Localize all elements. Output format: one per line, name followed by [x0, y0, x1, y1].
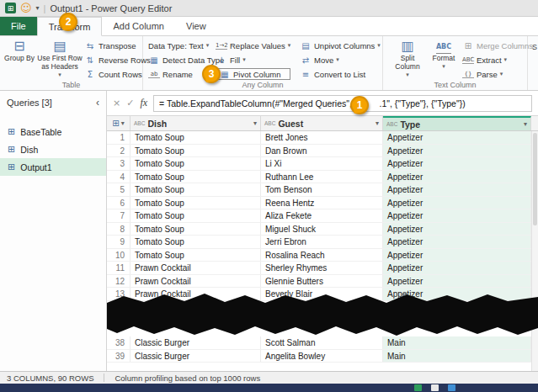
unpivot-columns-icon: ▤	[300, 41, 312, 50]
unpivot-columns-button[interactable]: ▤ Unpivot Columns ▾	[300, 40, 381, 51]
cell-type[interactable]: Appetizer	[383, 171, 531, 183]
cell-type[interactable]: Appetizer	[383, 236, 531, 248]
collapse-pane-icon[interactable]: ‹	[96, 97, 99, 109]
button-label: Merge Columns	[477, 41, 533, 50]
filter-icon[interactable]: ▾	[253, 119, 257, 127]
table-menu-button[interactable]: ⊞▾	[107, 116, 131, 130]
cell-guest[interactable]: Miguel Shuck	[261, 223, 383, 236]
filter-icon[interactable]: ▾	[376, 119, 379, 127]
cell-guest[interactable]: Ruthann Lee	[261, 171, 383, 183]
cell-dish[interactable]: Tomato Soup	[131, 171, 261, 183]
cell-guest[interactable]: Rosalina Reach	[261, 249, 383, 262]
cell-dish[interactable]: Tomato Soup	[131, 249, 261, 262]
cell-guest[interactable]: Reena Hentz	[261, 197, 383, 209]
cell-type[interactable]: Main	[383, 336, 531, 349]
convert-to-list-button[interactable]: ≡ Convert to List	[300, 68, 381, 80]
cell-dish[interactable]: Tomato Soup	[131, 223, 261, 236]
cell-type[interactable]: Appetizer	[383, 209, 531, 222]
cell-dish[interactable]: Classic Burger	[131, 336, 261, 349]
cell-dish[interactable]: Prawn Cocktail	[131, 262, 261, 274]
profiling-status[interactable]: Column profiling based on top 1000 rows	[115, 373, 260, 383]
cell-guest[interactable]: Scott Salman	[261, 336, 383, 349]
format-button[interactable]: ABC Format ▾	[429, 39, 459, 71]
cell-guest[interactable]: Aliza Fekete	[261, 209, 383, 222]
cell-dish[interactable]: Tomato Soup	[131, 197, 261, 209]
cell-type[interactable]: Appetizer	[383, 145, 531, 157]
cell-type[interactable]: Appetizer	[383, 197, 531, 209]
cell-dish[interactable]: Tomato Soup	[131, 145, 261, 157]
cell-guest[interactable]: Dan Brown	[261, 145, 383, 157]
cell-type[interactable]: Appetizer	[383, 249, 531, 262]
formula-input[interactable]: = Table.ExpandTableColumn(#"Merged Queri…	[153, 95, 532, 112]
query-item-basetable[interactable]: ⊞ BaseTable	[0, 123, 106, 140]
cell-type[interactable]: Appetizer	[383, 183, 531, 196]
smiley-feedback-icon[interactable]: ☺	[20, 3, 32, 13]
cell-type[interactable]: Appetizer	[383, 275, 531, 288]
data-type-button[interactable]: Data Type: Text ▾	[148, 40, 224, 51]
transpose-button[interactable]: ⇆ Transpose	[84, 40, 151, 51]
move-icon: ⇄	[300, 56, 312, 65]
windows-taskbar	[0, 384, 538, 392]
corner-table-icon: ⊞	[112, 119, 119, 128]
fill-button[interactable]: ↓ Fill ▾	[216, 54, 290, 66]
tab-view[interactable]: View	[175, 17, 217, 35]
reverse-rows-button[interactable]: ⇅ Reverse Rows	[84, 54, 151, 66]
parse-button[interactable]: {} Parse ▾	[462, 68, 533, 80]
column-header-dish[interactable]: ABC Dish ▾	[131, 116, 261, 130]
taskbar-app-icon[interactable]	[448, 384, 455, 391]
filter-icon[interactable]: ▾	[524, 120, 527, 128]
cell-guest[interactable]: Angelita Bowley	[261, 350, 383, 363]
cell-guest[interactable]: Brett Jones	[261, 131, 383, 144]
cell-type[interactable]: Main	[383, 350, 531, 363]
cell-guest[interactable]: Glennie Butters	[261, 275, 383, 288]
column-header-type[interactable]: ABC Type ▾	[383, 116, 531, 130]
cell-dish[interactable]: Tomato Soup	[131, 209, 261, 222]
replace-values-button[interactable]: 1→2 Replace Values ▾	[216, 40, 290, 51]
cell-type[interactable]: Appetizer	[383, 131, 531, 144]
cell-guest[interactable]: Jerri Ebron	[261, 236, 383, 248]
taskbar-excel-icon[interactable]	[414, 384, 422, 391]
pivot-column-button[interactable]: ▦ Pivot Column	[216, 68, 290, 80]
cell-dish[interactable]: Tomato Soup	[131, 157, 261, 170]
commit-formula-icon[interactable]: ✓	[126, 98, 134, 109]
column-name: Type	[400, 119, 521, 130]
query-item-output1[interactable]: ⊞ Output1	[0, 158, 106, 176]
cell-type[interactable]: Appetizer	[383, 157, 531, 170]
cancel-formula-icon[interactable]: ×	[113, 98, 120, 109]
chevron-down-icon: ▾	[336, 56, 339, 63]
merge-columns-button[interactable]: ⊞ Merge Columns	[462, 40, 533, 51]
group-by-button[interactable]: ⊟ Group By	[3, 39, 35, 62]
cell-dish[interactable]: Tomato Soup	[131, 236, 261, 248]
move-button[interactable]: ⇄ Move ▾	[300, 54, 381, 66]
cell-type[interactable]: Appetizer	[383, 223, 531, 236]
scrollbar-thumb[interactable]	[533, 133, 537, 225]
cell-guest[interactable]: Li Xi	[261, 157, 383, 170]
cell-dish[interactable]: Tomato Soup	[131, 131, 261, 144]
tab-file[interactable]: File	[0, 17, 37, 35]
count-rows-icon: Σ	[84, 70, 96, 79]
fx-icon[interactable]: fx	[140, 97, 147, 109]
table-row: 7Tomato SoupAliza FeketeAppetizer	[107, 209, 538, 223]
cell-guest[interactable]: Sherley Rhymes	[261, 262, 383, 274]
cell-dish[interactable]: Tomato Soup	[131, 183, 261, 196]
detect-data-type-button[interactable]: ▦ Detect Data Type	[148, 54, 224, 66]
column-header-guest[interactable]: ABC Guest ▾	[261, 116, 383, 130]
taskbar-app-icon[interactable]	[431, 384, 439, 391]
split-column-button[interactable]: ▥ Split Column ▾	[388, 39, 427, 79]
use-first-row-as-headers-button[interactable]: ▤ Use First Row as Headers ▾	[37, 39, 83, 79]
cell-type[interactable]: Appetizer	[383, 262, 531, 274]
count-rows-button[interactable]: Σ Count Rows	[84, 68, 151, 80]
cell-dish[interactable]: Classic Burger	[131, 350, 261, 363]
table-row: 9Tomato SoupJerri EbronAppetizer	[107, 236, 538, 249]
cell-guest[interactable]: Tom Benson	[261, 183, 383, 196]
chevron-down-icon: ▾	[406, 71, 409, 79]
grid-rows-top: 1Tomato SoupBrett JonesAppetizer2Tomato …	[107, 131, 538, 301]
row-number: 9	[107, 236, 131, 248]
cell-dish[interactable]: Prawn Cocktail	[131, 275, 261, 288]
torn-screenshot-edge	[107, 291, 538, 338]
button-label: Convert to List	[314, 70, 365, 79]
quick-access-chevron-down-icon[interactable]: ▾	[36, 4, 40, 12]
extract-button[interactable]: ABC Extract ▾	[462, 54, 533, 66]
query-item-dish[interactable]: ⊞ Dish	[0, 140, 106, 158]
tab-add-column[interactable]: Add Column	[102, 17, 175, 35]
